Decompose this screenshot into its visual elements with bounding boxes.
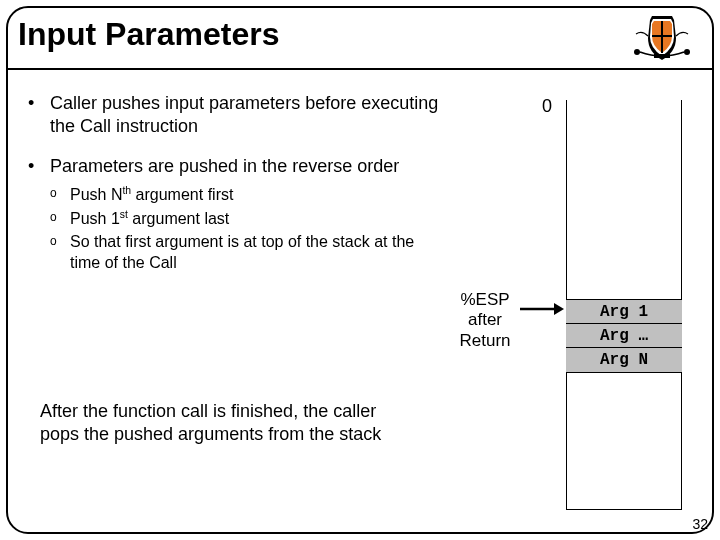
princeton-shield-logo [632, 10, 692, 64]
bullet-icon: • [28, 92, 50, 137]
sub-bullet-icon: o [50, 232, 70, 274]
sub-bullet-icon: o [50, 184, 70, 206]
bullet-2: • Parameters are pushed in the reverse o… [28, 155, 448, 275]
esp-line2: after [450, 310, 520, 330]
slide-title: Input Parameters [18, 16, 279, 53]
esp-line3: Return [450, 331, 520, 351]
bullet-1-text: Caller pushes input parameters before ex… [50, 92, 448, 137]
stack-top-label: 0 [542, 96, 552, 117]
sub-bullet-1-text: Push Nth argument first [70, 184, 233, 206]
content-area: • Caller pushes input parameters before … [28, 92, 448, 281]
sub-bullet-2-text: Push 1st argument last [70, 208, 229, 230]
stack-diagram: Arg 1 Arg … Arg N [566, 100, 682, 510]
sub-list: o Push Nth argument first o Push 1st arg… [50, 184, 448, 274]
sub-bullet-icon: o [50, 208, 70, 230]
svg-point-2 [634, 49, 640, 55]
sub-bullet-3-text: So that first argument is at top of the … [70, 232, 448, 274]
stack-args-band: Arg 1 Arg … Arg N [566, 299, 682, 373]
svg-point-3 [684, 49, 690, 55]
svg-rect-1 [661, 21, 663, 53]
sub-bullet-1: o Push Nth argument first [50, 184, 448, 206]
after-note: After the function call is finished, the… [40, 400, 400, 447]
stack-cell-argn: Arg N [566, 348, 682, 372]
title-divider [6, 68, 714, 70]
bullet-1: • Caller pushes input parameters before … [28, 92, 448, 137]
svg-rect-4 [654, 54, 670, 58]
page-number: 32 [692, 516, 708, 532]
sub-bullet-2: o Push 1st argument last [50, 208, 448, 230]
stack-cell-arg1: Arg 1 [566, 300, 682, 324]
esp-line1: %ESP [450, 290, 520, 310]
stack-cell-argdots: Arg … [566, 324, 682, 348]
sub-bullet-3: o So that first argument is at top of th… [50, 232, 448, 274]
bullet-icon: • [28, 155, 50, 275]
bullet-2-text: Parameters are pushed in the reverse ord… [50, 156, 399, 176]
svg-marker-6 [554, 303, 564, 315]
arrow-icon [520, 302, 564, 316]
esp-label: %ESP after Return [450, 290, 520, 351]
